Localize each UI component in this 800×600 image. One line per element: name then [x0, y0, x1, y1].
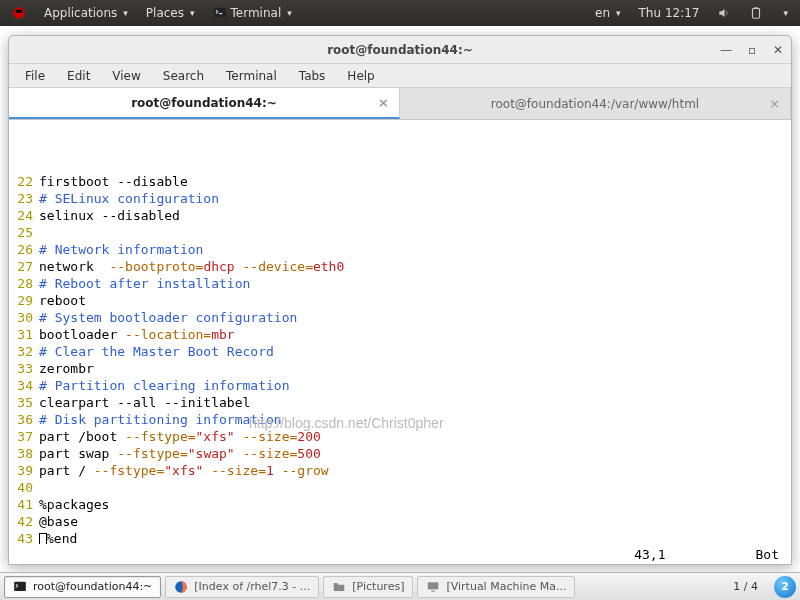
- status-cursor-position: 43,1: [634, 547, 665, 562]
- redhat-icon: [12, 6, 26, 20]
- code-line: 43%end: [9, 530, 791, 544]
- line-number: 38: [9, 445, 39, 462]
- code-text: [39, 224, 791, 241]
- menu-places[interactable]: Places▾: [140, 4, 201, 22]
- tab-terminal-2[interactable]: root@foundation44:/var/www/html ×: [400, 88, 791, 119]
- distro-logo[interactable]: [6, 4, 32, 22]
- line-number: 25: [9, 224, 39, 241]
- menubar: File Edit View Search Terminal Tabs Help: [9, 64, 791, 88]
- line-number: 40: [9, 479, 39, 496]
- task-firefox[interactable]: [Index of /rhel7.3 - ...: [165, 576, 319, 598]
- menu-tabs[interactable]: Tabs: [291, 67, 334, 85]
- code-text: selinux --disabled: [39, 207, 791, 224]
- code-text: %packages: [39, 496, 791, 513]
- menu-applications[interactable]: Applications▾: [38, 4, 134, 22]
- titlebar[interactable]: root@foundation44:~ — ▫ ✕: [9, 36, 791, 64]
- tab-close-1[interactable]: ×: [378, 95, 389, 110]
- line-number: 23: [9, 190, 39, 207]
- panel-volume[interactable]: [711, 4, 737, 22]
- menu-terminal[interactable]: Terminal: [218, 67, 285, 85]
- vm-icon: [426, 580, 440, 594]
- panel-launcher-terminal[interactable]: Terminal▾: [207, 4, 298, 22]
- menu-search[interactable]: Search: [155, 67, 212, 85]
- line-number: 29: [9, 292, 39, 309]
- code-line: 41%packages: [9, 496, 791, 513]
- code-text: # SELinux configuration: [39, 190, 791, 207]
- line-number: 34: [9, 377, 39, 394]
- firefox-icon: [174, 580, 188, 594]
- window-title: root@foundation44:~: [327, 43, 473, 57]
- panel-clock[interactable]: Thu 12:17: [633, 4, 706, 22]
- speaker-icon: [717, 6, 731, 20]
- line-number: 26: [9, 241, 39, 258]
- svg-rect-7: [428, 582, 439, 589]
- code-line: 33zerombr: [9, 360, 791, 377]
- svg-point-1: [16, 10, 23, 14]
- task-files[interactable]: [Pictures]: [323, 576, 413, 598]
- code-line: 29reboot: [9, 292, 791, 309]
- task-terminal[interactable]: root@foundation44:~: [4, 576, 161, 598]
- code-text: part / --fstype="xfs" --size=1 --grow: [39, 462, 791, 479]
- svg-rect-5: [14, 581, 26, 590]
- menu-file[interactable]: File: [17, 67, 53, 85]
- task-virt-manager[interactable]: [Virtual Machine Ma...: [417, 576, 575, 598]
- terminal-icon: [213, 6, 227, 20]
- line-number: 22: [9, 173, 39, 190]
- editor-viewport[interactable]: http://blog.csdn.net/Christ0pher 22first…: [9, 120, 791, 544]
- code-line: 25: [9, 224, 791, 241]
- workspace-switcher[interactable]: 1 / 4: [727, 580, 764, 593]
- code-line: 34# Partition clearing information: [9, 377, 791, 394]
- folder-icon: [332, 580, 346, 594]
- status-scroll-position: Bot: [756, 547, 779, 562]
- window-close-button[interactable]: ✕: [771, 43, 785, 57]
- tab-bar: root@foundation44:~ × root@foundation44:…: [9, 88, 791, 120]
- code-text: part swap --fstype="swap" --size=500: [39, 445, 791, 462]
- code-line: 36# Disk partitioning information: [9, 411, 791, 428]
- svg-rect-2: [214, 8, 226, 17]
- line-number: 41: [9, 496, 39, 513]
- menu-edit[interactable]: Edit: [59, 67, 98, 85]
- panel-language-indicator[interactable]: en▾: [589, 4, 627, 22]
- tab-close-2[interactable]: ×: [769, 96, 780, 111]
- terminal-icon: [13, 580, 27, 594]
- line-number: 37: [9, 428, 39, 445]
- line-number: 24: [9, 207, 39, 224]
- code-line: 31bootloader --location=mbr: [9, 326, 791, 343]
- panel-power[interactable]: ▾: [775, 6, 794, 20]
- code-line: 42@base: [9, 513, 791, 530]
- line-number: 31: [9, 326, 39, 343]
- code-text: # Network information: [39, 241, 791, 258]
- code-text: part /boot --fstype="xfs" --size=200: [39, 428, 791, 445]
- code-text: # Disk partitioning information: [39, 411, 791, 428]
- window-maximize-button[interactable]: ▫: [745, 43, 759, 57]
- line-number: 33: [9, 360, 39, 377]
- code-text: zerombr: [39, 360, 791, 377]
- code-line: 24selinux --disabled: [9, 207, 791, 224]
- menu-view[interactable]: View: [104, 67, 148, 85]
- panel-battery[interactable]: [743, 4, 769, 22]
- code-text: bootloader --location=mbr: [39, 326, 791, 343]
- line-number: 32: [9, 343, 39, 360]
- code-line: 40: [9, 479, 791, 496]
- menu-help[interactable]: Help: [339, 67, 382, 85]
- line-number: 36: [9, 411, 39, 428]
- code-line: 22firstboot --disable: [9, 173, 791, 190]
- code-line: 23# SELinux configuration: [9, 190, 791, 207]
- window-minimize-button[interactable]: —: [719, 43, 733, 57]
- code-line: 32# Clear the Master Boot Record: [9, 343, 791, 360]
- code-text: reboot: [39, 292, 791, 309]
- code-text: # Partition clearing information: [39, 377, 791, 394]
- line-number: 28: [9, 275, 39, 292]
- gnome-bottom-panel: root@foundation44:~ [Index of /rhel7.3 -…: [0, 572, 800, 600]
- svg-rect-3: [753, 8, 760, 18]
- code-line: 30# System bootloader configuration: [9, 309, 791, 326]
- code-line: 27network --bootproto=dhcp --device=eth0: [9, 258, 791, 275]
- tray-notification-badge[interactable]: 2: [774, 576, 796, 598]
- code-text: # Reboot after installation: [39, 275, 791, 292]
- gnome-top-panel: Applications▾ Places▾ Terminal▾ en▾ Thu …: [0, 0, 800, 26]
- line-number: 27: [9, 258, 39, 275]
- code-text: @base: [39, 513, 791, 530]
- code-text: # Clear the Master Boot Record: [39, 343, 791, 360]
- tab-terminal-1[interactable]: root@foundation44:~ ×: [9, 88, 400, 119]
- svg-rect-4: [755, 7, 757, 8]
